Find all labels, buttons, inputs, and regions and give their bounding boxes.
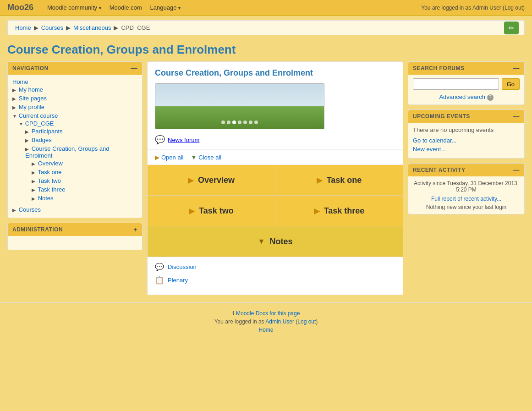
navigation-label: NAVIGATION xyxy=(12,65,49,71)
full-report-link[interactable]: Full report of recent activity... xyxy=(413,196,520,202)
nav-home-link[interactable]: Home xyxy=(12,78,28,85)
help-icon[interactable]: ? xyxy=(487,94,494,101)
nav-sitepages-link[interactable]: Site pages xyxy=(19,95,47,102)
dot-7 xyxy=(254,121,258,124)
moodle-docs-link[interactable]: Moodle Docs for this page xyxy=(236,310,300,317)
nav-taskthree-link[interactable]: Task three xyxy=(38,186,65,193)
nav-badges-link[interactable]: Badges xyxy=(32,137,52,143)
footer-logout-link[interactable]: Log out xyxy=(297,318,316,325)
nav-item-cpdcge: ▼ CPD_CGE ▶ Participants ▶ Bad xyxy=(19,119,137,204)
nav-arrow-tasktwo[interactable]: ▶ xyxy=(32,179,36,184)
advanced-search-link[interactable]: Advanced search xyxy=(439,93,485,100)
footer: ℹ Moodle Docs for this page You are logg… xyxy=(0,302,532,342)
nav-myhome-link[interactable]: My home xyxy=(19,86,43,93)
administration-label: ADMINISTRATION xyxy=(12,226,63,233)
dot-6 xyxy=(249,121,252,124)
plenary-link[interactable]: Plenary xyxy=(168,277,188,284)
edit-button[interactable]: ✏ xyxy=(504,22,519,34)
topic-tasktwo-button[interactable]: ▶ Task two xyxy=(148,196,275,226)
topic-taskthree-button[interactable]: ▶ Task three xyxy=(275,196,403,226)
open-close-bar: ▶ Open all ▼ Close all xyxy=(148,150,403,165)
dropdown-arrow-icon-2: ▾ xyxy=(178,5,181,11)
nav-arrow-badges[interactable]: ▶ xyxy=(25,138,30,143)
nav-item-coursecreation: ▶ Course Creation, Groups and Enrolment … xyxy=(25,144,137,203)
nav-arrow-sitepages[interactable]: ▶ xyxy=(12,96,17,101)
nav-item-courses: ▶ Courses xyxy=(12,205,137,214)
nav-cpdcge-link[interactable]: CPD_CGE xyxy=(25,120,54,127)
footer-home-link[interactable]: Home xyxy=(258,327,273,333)
nav-currentcourse-link[interactable]: Current course xyxy=(19,112,58,119)
breadcrumb-miscellaneous[interactable]: Miscellaneous xyxy=(73,24,111,31)
administration-collapse-icon[interactable]: + xyxy=(133,226,137,233)
topic-taskthree-label: Task three xyxy=(324,206,365,216)
nav-item-sitepages: ▶ Site pages xyxy=(12,94,137,103)
search-forums-header: SEARCH FORUMS — xyxy=(408,62,524,75)
recent-activity-content: Activity since Tuesday, 31 December 2013… xyxy=(408,176,524,214)
nav-arrow-notes[interactable]: ▶ xyxy=(32,196,36,201)
no-events-text: There are no upcoming events xyxy=(413,126,520,133)
topic-taskone-button[interactable]: ▶ Task one xyxy=(275,165,403,195)
nav-taskone-link[interactable]: Task one xyxy=(38,169,61,175)
navigation-panel: NAVIGATION — Home ▶ My home ▶ Site pages… xyxy=(7,61,143,218)
upcoming-events-label: UPCOMING EVENTS xyxy=(413,113,470,120)
nav-arrow-cpdcge[interactable]: ▼ xyxy=(19,121,23,126)
nav-myprofile-link[interactable]: My profile xyxy=(19,104,44,110)
recent-activity-label: RECENT ACTIVITY xyxy=(413,167,465,173)
recent-activity-panel: RECENT ACTIVITY — Activity since Tuesday… xyxy=(408,163,525,214)
breadcrumb-courses[interactable]: Courses xyxy=(41,24,63,31)
notes-content: 💬 Discussion 📋 Plenary xyxy=(148,257,403,295)
nav-arrow-overview[interactable]: ▶ xyxy=(32,161,36,166)
open-all-label: Open all xyxy=(161,154,183,161)
nav-overview-link[interactable]: Overview xyxy=(38,160,63,167)
nav-arrow-taskthree[interactable]: ▶ xyxy=(32,187,36,192)
nav-arrow-myhome[interactable]: ▶ xyxy=(12,88,17,93)
close-all-button[interactable]: ▼ Close all xyxy=(191,154,221,161)
breadcrumb-home[interactable]: Home xyxy=(15,24,31,31)
nav-participants-link[interactable]: Participants xyxy=(32,128,63,135)
user-info: You are logged in as Admin User (Log out… xyxy=(421,5,525,11)
nav-arrow-participants[interactable]: ▶ xyxy=(25,129,30,134)
image-dots xyxy=(221,121,258,124)
go-to-calendar-link[interactable]: Go to calendar... xyxy=(413,137,520,144)
recent-activity-collapse-icon[interactable]: — xyxy=(513,166,520,174)
news-forum-row: 💬 News forum xyxy=(155,135,395,145)
search-row: Go xyxy=(413,78,520,90)
search-input[interactable] xyxy=(413,78,499,90)
administration-content xyxy=(8,236,142,250)
topic-overview-label: Overview xyxy=(198,175,235,185)
nav-tasktwo-link[interactable]: Task two xyxy=(38,177,61,184)
notes-button[interactable]: ▼ Notes xyxy=(148,226,403,257)
nav-arrow-coursecreation[interactable]: ▶ xyxy=(25,147,30,152)
forum-icon: 💬 xyxy=(155,135,165,145)
search-forums-collapse-icon[interactable]: — xyxy=(513,65,520,72)
upcoming-events-header: UPCOMING EVENTS — xyxy=(408,110,524,123)
upcoming-events-collapse-icon[interactable]: — xyxy=(513,113,520,120)
footer-admin-user-link[interactable]: Admin User xyxy=(265,318,294,325)
nav-moodle-community[interactable]: Moodle community ▾ xyxy=(47,4,101,11)
nav-arrow-myprofile[interactable]: ▶ xyxy=(12,105,17,110)
news-forum-link[interactable]: News forum xyxy=(168,137,199,143)
search-forums-label: SEARCH FORUMS xyxy=(413,65,465,71)
nav-coursecreation-link[interactable]: Course Creation, Groups and Enrolment xyxy=(25,145,109,159)
nav-moodle-com[interactable]: Moodle.com xyxy=(110,4,142,11)
open-all-button[interactable]: ▶ Open all xyxy=(155,154,183,161)
nav-arrow-currentcourse[interactable]: ▼ xyxy=(12,114,17,119)
nav-arrow-taskone[interactable]: ▶ xyxy=(32,170,36,175)
nav-courses-link[interactable]: Courses xyxy=(19,206,41,213)
nav-notes-link[interactable]: Notes xyxy=(38,195,54,202)
nav-children-coursecreation: ▶ Overview ▶ Task one xyxy=(25,159,137,203)
right-sidebar: SEARCH FORUMS — Go Advanced search ? UPC… xyxy=(408,61,525,295)
nav-item-overview: ▶ Overview xyxy=(32,159,137,168)
course-header: Course Creation, Groups and Enrolment 💬 … xyxy=(148,62,403,150)
new-event-link[interactable]: New event... xyxy=(413,146,520,153)
navigation-collapse-icon[interactable]: — xyxy=(131,65,138,72)
topic-tasktwo-arrow-icon: ▶ xyxy=(189,207,194,215)
nav-language[interactable]: Language ▾ xyxy=(150,4,181,11)
go-button[interactable]: Go xyxy=(502,78,520,90)
nav-arrow-courses[interactable]: ▶ xyxy=(12,208,17,213)
close-all-label: Close all xyxy=(198,154,221,161)
topic-taskone-arrow-icon: ▶ xyxy=(317,176,322,185)
nav-item-badges: ▶ Badges xyxy=(25,136,137,144)
discussion-link[interactable]: Discussion xyxy=(168,263,197,270)
topic-overview-button[interactable]: ▶ Overview xyxy=(148,165,275,195)
